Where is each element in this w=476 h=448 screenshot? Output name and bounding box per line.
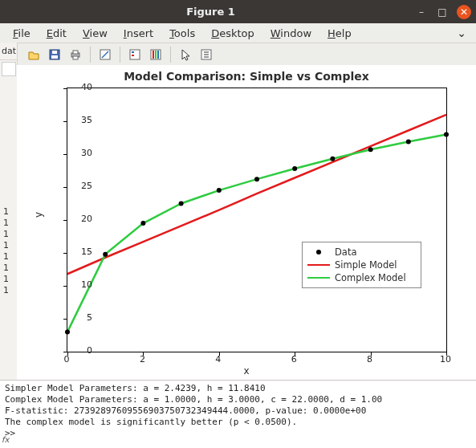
save-icon[interactable]: [45, 45, 64, 64]
legend-label: Data: [335, 246, 356, 259]
legend[interactable]: Data Simple Model Complex Model: [302, 242, 421, 288]
menu-help[interactable]: Help: [321, 26, 358, 41]
console-line: F-statistic: 273928976095569037507323494…: [5, 405, 366, 416]
svg-rect-14: [153, 51, 154, 59]
menu-overflow-icon[interactable]: ⌄: [454, 26, 470, 39]
data-point: [444, 132, 449, 136]
menu-file[interactable]: File: [6, 26, 37, 41]
line-swatch-icon: [307, 277, 330, 279]
data-point: [254, 177, 259, 181]
data-point: [406, 139, 411, 144]
gutter-num: 1: [0, 285, 17, 296]
y-axis-label: y: [33, 212, 44, 218]
gutter-num: 1: [0, 263, 17, 274]
console-line: Complex Model Parameters: a = 1.0000, h …: [5, 394, 382, 405]
menu-view[interactable]: View: [76, 26, 114, 41]
gutter-num: 1: [0, 274, 17, 285]
legend-entry-complex: Complex Model: [307, 271, 416, 284]
maximize-icon[interactable]: □: [436, 6, 449, 18]
legend-label: Simple Model: [335, 259, 397, 271]
print-icon[interactable]: [66, 45, 85, 64]
y-tick-label: 10: [68, 279, 92, 290]
figure-toolbar: [0, 43, 476, 67]
open-icon[interactable]: [24, 45, 43, 64]
legend-entry-simple: Simple Model: [307, 259, 416, 271]
y-tick-label: 40: [68, 82, 92, 92]
x-tick-label: 0: [59, 354, 75, 365]
gutter-num: 1: [0, 240, 17, 251]
toolbar-sep-1: [90, 47, 91, 63]
console-line: The complex model is significantly bette…: [5, 417, 297, 427]
editor-subtoolbar-icon[interactable]: [2, 62, 16, 76]
data-point: [65, 329, 70, 334]
y-tick-label: 15: [68, 246, 92, 257]
pointer-icon[interactable]: [176, 45, 195, 64]
data-point: [292, 166, 297, 171]
menu-tools[interactable]: Tools: [163, 26, 201, 41]
svg-rect-15: [155, 51, 157, 59]
insert-legend-icon[interactable]: [125, 45, 144, 64]
dot-icon: [316, 250, 321, 255]
minimize-icon[interactable]: –: [415, 6, 428, 18]
gutter-num: 1: [0, 218, 17, 229]
y-tick-label: 25: [68, 181, 92, 191]
gutter-num: 1: [0, 251, 17, 263]
data-cursor-icon[interactable]: [197, 45, 216, 64]
insert-colorbar-icon[interactable]: [146, 45, 165, 64]
svg-rect-4: [51, 55, 58, 59]
svg-rect-10: [130, 50, 140, 59]
data-point: [103, 252, 108, 257]
menu-window[interactable]: Window: [264, 26, 318, 41]
data-point: [368, 147, 373, 152]
axes[interactable]: [67, 88, 447, 352]
y-tick-label: 35: [68, 115, 92, 125]
svg-rect-12: [132, 55, 134, 56]
x-axis-label: x: [17, 365, 476, 377]
gutter-num: 1: [0, 206, 17, 218]
toolbar-sep-3: [170, 47, 171, 63]
chart-canvas: [67, 88, 446, 352]
command-window[interactable]: Simpler Model Parameters: a = 2.4239, h …: [0, 380, 476, 448]
toolbar-sep-2: [120, 47, 120, 63]
menu-edit[interactable]: Edit: [40, 26, 73, 41]
fx-icon[interactable]: fx: [2, 435, 9, 444]
close-icon[interactable]: ✕: [457, 5, 471, 19]
series-line: [67, 134, 446, 332]
data-point: [330, 157, 335, 161]
plot-area[interactable]: Model Comparison: Simple vs Complex y x …: [17, 65, 476, 380]
x-tick-label: 10: [437, 354, 454, 365]
x-tick-label: 8: [362, 354, 378, 365]
y-tick-label: 20: [68, 214, 92, 224]
legend-label: Complex Model: [335, 271, 406, 284]
data-point: [140, 221, 145, 226]
data-point: [179, 202, 184, 206]
svg-rect-16: [157, 51, 159, 59]
editor-gutter: dat 1 1 1 1 1 1 1 1 Cᴏ Nᴇ: [0, 43, 18, 412]
y-tick-label: 30: [68, 148, 92, 158]
gutter-num: 1: [0, 229, 17, 240]
svg-rect-3: [52, 51, 57, 54]
console-line: Simpler Model Parameters: a = 2.4239, h …: [5, 383, 266, 393]
y-tick-label: 5: [68, 312, 92, 323]
x-tick-label: 2: [134, 354, 150, 365]
svg-rect-7: [73, 56, 78, 59]
editor-tab-dat[interactable]: dat: [0, 43, 17, 60]
line-swatch-icon: [307, 264, 330, 266]
svg-rect-6: [73, 51, 78, 54]
menu-insert[interactable]: Insert: [117, 26, 160, 41]
legend-entry-data: Data: [307, 246, 416, 259]
menu-desktop[interactable]: Desktop: [205, 26, 261, 41]
x-tick-label: 6: [286, 354, 302, 365]
x-tick-label: 4: [210, 354, 226, 365]
svg-rect-11: [132, 51, 134, 53]
edit-plot-icon[interactable]: [96, 45, 115, 64]
window-title: Figure 1: [6, 6, 415, 18]
menubar: File Edit View Insert Tools Desktop Wind…: [0, 23, 476, 43]
chart-title: Model Comparison: Simple vs Complex: [17, 70, 476, 83]
window-titlebar: Figure 1 – □ ✕: [0, 0, 476, 23]
data-point: [217, 188, 222, 193]
